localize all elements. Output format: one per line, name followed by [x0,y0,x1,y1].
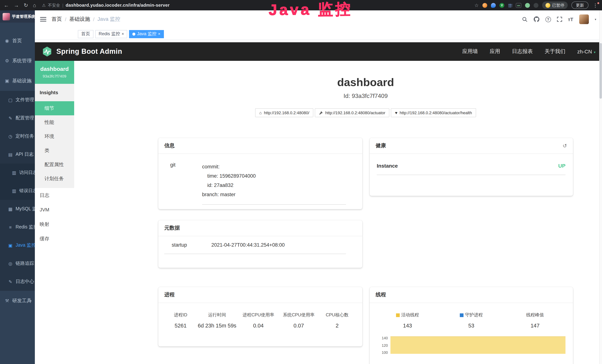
sba-nav-about[interactable]: 关于我们 [545,48,566,55]
sidebar-item-log-center[interactable]: ✎ 日志中心 [0,273,35,291]
sba-menu-caches[interactable]: 缓存 [35,231,74,246]
hamburger-icon[interactable] [40,16,46,23]
sba-menu-scheduled[interactable]: 计划任务 [35,172,74,186]
sba-brand-title[interactable]: Spring Boot Admin [56,47,122,56]
sidebar-item-system[interactable]: ⚙ 系统管理 ▾ [0,51,35,71]
page-subtitle: Id: 93a3fc7f7409 [158,93,573,99]
help-icon[interactable]: ? [545,17,551,22]
sba-instance-header[interactable]: dashboard 93a3fc7f7409 [35,61,74,84]
sidebar-item-label: 定时任务 [16,133,34,139]
bookmark-star-icon[interactable]: ☆ [474,2,479,8]
sba-menu-environment[interactable]: 环境 [35,129,74,143]
sidebar-item-mysql-monitor[interactable]: ▦ MySQL 监控 [0,200,35,218]
process-card-title: 进程 [164,291,175,298]
close-icon[interactable]: × [158,32,160,36]
instance-actuator-link[interactable]: http://192.168.0.2:48080/actuator [315,108,389,117]
home-icon[interactable]: ⌂ [33,2,36,8]
sidebar-item-redis-monitor[interactable]: ≡ Redis 监控 [0,218,35,236]
profile-paused-badge[interactable]: 已暂停 [542,1,568,9]
breadcrumb-home[interactable]: 首页 [52,16,62,23]
sidebar-item-scheduled-tasks[interactable]: ◷ 定时任务 [0,127,35,145]
metric-value: 5261 [164,323,197,329]
sba-language-select[interactable]: zh-CN▾ [577,49,595,54]
security-label[interactable]: 不安全 [48,2,60,8]
sba-menu-details[interactable]: 细节 [35,101,74,115]
sidebar-item-trace[interactable]: ◎ 链路追踪 [0,254,35,273]
sba-menu-jvm[interactable]: JVM [35,203,74,217]
screen: ← → ↻ ⌂ ⚠ 不安全 | dashboard.yudao.iocoder.… [0,0,602,364]
breadcrumb: 首页 / 基础设施 / Java 监控 [52,16,120,23]
metadata-row-startup: startup 2021-04-27T00:44:31.254+08:00 [164,238,346,254]
sba-language-label: zh-CN [577,49,592,54]
close-icon[interactable]: × [122,32,124,36]
tab-redis-monitor[interactable]: Redis 监控 × [95,30,127,38]
redis-icon: ≡ [8,225,13,230]
text-size-icon[interactable]: тT [568,17,573,22]
sidebar-item-api-logs[interactable]: ▤ API 日志 ▴ [0,145,35,163]
metric-pid: 进程ID 5261 [164,312,197,329]
config-icon: ✎ [8,116,13,121]
insights-group-label[interactable]: Insights [35,84,74,101]
chevron-down-icon[interactable]: ▾ [595,18,596,21]
sidebar-item-access-logs[interactable]: ▥ 访问日志 [0,163,35,182]
github-icon[interactable] [533,16,539,22]
ext-green-icon[interactable]: V [499,3,504,8]
sba-menu-classes[interactable]: 类 [35,143,74,158]
chevron-down-icon: ▾ [594,50,595,54]
reload-icon[interactable]: ↻ [24,2,28,8]
forward-icon[interactable]: → [14,2,19,8]
access-log-icon: ▥ [11,170,17,175]
app-logo[interactable]: 芋道管理系统 [0,11,35,23]
update-button[interactable]: 更新 [571,1,589,9]
ext-on-icon[interactable]: on [516,3,521,8]
y-tick: 140 [376,334,388,342]
legend-value: 53 [439,323,503,329]
ext-leaf-icon[interactable] [525,3,530,8]
tab-label: Java 监控 [137,31,156,37]
sba-nav-wall[interactable]: 应用墙 [462,48,478,55]
metadata-card-title: 元数据 [164,225,180,231]
history-icon[interactable]: ↺ [563,143,567,149]
sidebar-item-devtools[interactable]: ⚒ 研发工具 ▾ [0,291,35,311]
sidebar-item-home[interactable]: ◉ 首页 [0,31,35,51]
sba-menu-mappings[interactable]: 映射 [35,217,74,231]
process-card: 进程 进程ID 5261 [158,287,362,346]
address-bar[interactable]: ⚠ 不安全 | dashboard.yudao.iocoder.cn/infra… [42,2,471,8]
tab-java-monitor[interactable]: Java 监控 × [129,30,164,38]
ext-grid-icon[interactable] [508,3,512,7]
ext-dark-icon[interactable] [534,3,538,8]
legend-label: 线程峰值 [526,312,544,318]
sidebar-item-label: 基础设施 [12,77,32,84]
sba-logo-icon [42,46,53,57]
fullscreen-icon[interactable] [557,17,562,22]
tab-home[interactable]: 首页 [78,30,93,38]
sidebar-item-error-logs[interactable]: ▥ 错误日志 [0,182,35,200]
browser-menu-icon[interactable]: ⋮ [592,2,599,8]
sidebar-item-label: Java 监控 [16,242,35,248]
live-threads-area [390,336,566,354]
health-instance-row[interactable]: Instance UP [377,163,566,175]
scrollbar-thumb[interactable] [600,43,602,99]
git-branch-line: branch: master [202,190,346,199]
daemon-threads-swatch [460,313,463,317]
instance-health-link[interactable]: ♥ http://192.168.0.2:48080/actuator/heal… [391,108,476,117]
ext-pin-icon[interactable] [491,3,496,8]
instance-home-link[interactable]: ⌂ http://192.168.0.2:48080/ [255,108,313,117]
sba-nav-journal[interactable]: 日志报表 [512,48,533,55]
breadcrumb-infrastructure[interactable]: 基础设施 [69,16,90,23]
sidebar-item-java-monitor[interactable]: ▣ Java 监控 [0,236,35,254]
ext-orange-icon[interactable] [483,3,487,8]
sidebar-item-file-manage[interactable]: ▢ 文件管理 [0,91,35,109]
legend-live-threads: 活动线程 143 [376,312,439,329]
search-icon[interactable] [522,17,527,22]
user-avatar[interactable] [579,14,589,24]
sba-nav-applications[interactable]: 应用 [490,48,500,55]
sidebar-item-infrastructure[interactable]: ▣ 基础设施 ▴ [0,71,35,91]
app-main-column: 首页 / 基础设施 / Java 监控 ? тT ▾ [35,11,602,364]
sba-menu-performance[interactable]: 性能 [35,115,74,129]
back-icon[interactable]: ← [4,2,9,8]
sidebar-item-config-manage[interactable]: ✎ 配置管理 [0,109,35,127]
url-text[interactable]: dashboard.yudao.iocoder.cn/infra/admin-s… [66,3,170,8]
sba-menu-config-props[interactable]: 配置属性 [35,158,74,172]
sba-menu-logs[interactable]: 日志 [35,188,74,203]
